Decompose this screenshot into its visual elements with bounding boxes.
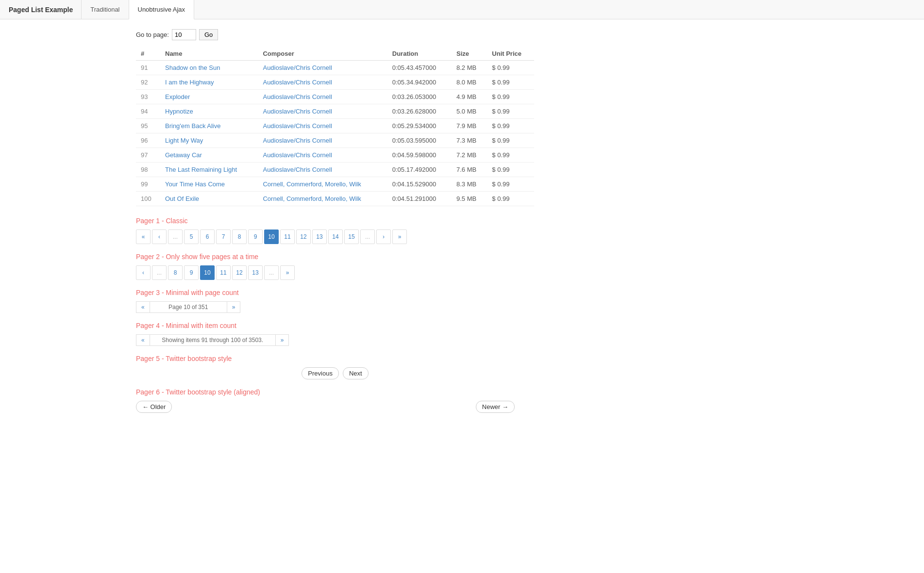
pager3-prev[interactable]: «	[136, 301, 150, 313]
page-link[interactable]: 8	[232, 229, 247, 244]
page-link[interactable]: ›	[376, 229, 391, 244]
page-link[interactable]: 11	[216, 265, 231, 280]
cell-name[interactable]: Getaway Car	[160, 148, 258, 163]
pagination-item[interactable]: «	[136, 229, 151, 244]
pagination-item[interactable]: 6	[200, 229, 215, 244]
cell-name[interactable]: Bring'em Back Alive	[160, 119, 258, 133]
cell-composer[interactable]: Audioslave/Chris Cornell	[258, 163, 387, 177]
table-row: 99 Your Time Has Come Cornell, Commerfor…	[136, 177, 534, 192]
pagination-item[interactable]: 5	[184, 229, 199, 244]
table-row: 95 Bring'em Back Alive Audioslave/Chris …	[136, 119, 534, 133]
cell-name[interactable]: Hypnotize	[160, 104, 258, 119]
cell-composer[interactable]: Cornell, Commerford, Morello, Wilk	[258, 192, 387, 206]
pager6-aligned: ← Older Newer →	[136, 401, 534, 413]
page-link[interactable]: 13	[248, 265, 263, 280]
cell-composer[interactable]: Audioslave/Chris Cornell	[258, 148, 387, 163]
cell-name[interactable]: The Last Remaining Light	[160, 163, 258, 177]
goto-input[interactable]	[172, 29, 196, 40]
cell-name[interactable]: I am the Highway	[160, 75, 258, 90]
cell-composer[interactable]: Audioslave/Chris Cornell	[258, 104, 387, 119]
cell-name[interactable]: Out Of Exile	[160, 192, 258, 206]
pagination-item: ...	[264, 265, 279, 280]
pagination-item: ...	[152, 265, 167, 280]
page-link[interactable]: 9	[184, 265, 199, 280]
table-row: 93 Exploder Audioslave/Chris Cornell 0:0…	[136, 90, 534, 104]
page-link[interactable]: 15	[344, 229, 359, 244]
page-link[interactable]: 13	[312, 229, 327, 244]
pagination-item[interactable]: ‹	[136, 265, 151, 280]
pager6-next[interactable]: Newer →	[476, 401, 515, 413]
pagination-item[interactable]: ›	[376, 229, 391, 244]
pagination-item[interactable]: »	[280, 265, 295, 280]
page-link[interactable]: »	[392, 229, 407, 244]
pager3-next[interactable]: »	[227, 301, 241, 313]
pagination-item[interactable]: 11	[280, 229, 295, 244]
cell-duration: 0:05.29.534000	[387, 119, 452, 133]
pager2-title: Pager 2 - Only show five pages at a time	[136, 253, 534, 261]
page-link[interactable]: 12	[232, 265, 247, 280]
table-row: 96 Light My Way Audioslave/Chris Cornell…	[136, 133, 534, 148]
cell-size: 8.2 MB	[452, 61, 487, 75]
page-dots: ...	[168, 229, 183, 244]
page-link[interactable]: ‹	[152, 229, 167, 244]
cell-name[interactable]: Exploder	[160, 90, 258, 104]
pager4-prev[interactable]: «	[136, 334, 150, 346]
pager5-next[interactable]: Next	[343, 367, 369, 379]
pagination-item[interactable]: 8	[168, 265, 183, 280]
page-link[interactable]: 7	[216, 229, 231, 244]
pagination-item[interactable]: 14	[328, 229, 343, 244]
pager4-subtitle: Minimal with item count	[166, 322, 236, 329]
cell-name[interactable]: Light My Way	[160, 133, 258, 148]
pagination-item[interactable]: 11	[216, 265, 231, 280]
pagination-item[interactable]: ‹	[152, 229, 167, 244]
pagination-item[interactable]: 12	[296, 229, 311, 244]
cell-composer[interactable]: Audioslave/Chris Cornell	[258, 61, 387, 75]
pagination-item[interactable]: 15	[344, 229, 359, 244]
main-content: Go to page: Go # Name Composer Duration …	[0, 19, 534, 431]
tab-traditional[interactable]: Traditional	[81, 0, 129, 19]
page-link[interactable]: 5	[184, 229, 199, 244]
page-link[interactable]: 11	[280, 229, 295, 244]
table-row: 91 Shadow on the Sun Audioslave/Chris Co…	[136, 61, 534, 75]
pager6-prev[interactable]: ← Older	[136, 401, 172, 413]
pagination-item[interactable]: 12	[232, 265, 247, 280]
pagination-item[interactable]: 9	[248, 229, 263, 244]
tabs-bar: Paged List Example Traditional Unobtrusi…	[0, 0, 924, 19]
pagination-item[interactable]: 9	[184, 265, 199, 280]
page-active: 10	[200, 265, 215, 280]
cell-composer[interactable]: Audioslave/Chris Cornell	[258, 90, 387, 104]
page-link[interactable]: 14	[328, 229, 343, 244]
pager5-title: Pager 5 - Twitter bootstrap style	[136, 355, 534, 362]
pager5-prev[interactable]: Previous	[302, 367, 339, 379]
page-link[interactable]: »	[280, 265, 295, 280]
cell-duration: 0:03.26.053000	[387, 90, 452, 104]
page-link[interactable]: 9	[248, 229, 263, 244]
cell-duration: 0:04.51.291000	[387, 192, 452, 206]
pager4-title: Pager 4 - Minimal with item count	[136, 322, 534, 329]
page-link[interactable]: «	[136, 229, 151, 244]
pagination-item[interactable]: 13	[248, 265, 263, 280]
goto-button[interactable]: Go	[199, 29, 218, 40]
tab-unobtrusive-ajax[interactable]: Unobtrusive Ajax	[129, 0, 195, 19]
cell-price: $ 0.99	[487, 90, 534, 104]
page-link[interactable]: 12	[296, 229, 311, 244]
pager4-next[interactable]: »	[275, 334, 289, 346]
pagination-item[interactable]: 13	[312, 229, 327, 244]
cell-composer[interactable]: Audioslave/Chris Cornell	[258, 75, 387, 90]
pager3-subtitle: Minimal with page count	[166, 289, 238, 296]
page-link[interactable]: ‹	[136, 265, 151, 280]
cell-composer[interactable]: Cornell, Commerford, Morello, Wilk	[258, 177, 387, 192]
cell-composer[interactable]: Audioslave/Chris Cornell	[258, 119, 387, 133]
page-link[interactable]: 6	[200, 229, 215, 244]
cell-price: $ 0.99	[487, 177, 534, 192]
pagination-item[interactable]: 7	[216, 229, 231, 244]
cell-size: 4.9 MB	[452, 90, 487, 104]
pagination-item[interactable]: 8	[232, 229, 247, 244]
cell-price: $ 0.99	[487, 104, 534, 119]
page-link[interactable]: 8	[168, 265, 183, 280]
pager1-subtitle: Classic	[166, 217, 187, 225]
pagination-item[interactable]: »	[392, 229, 407, 244]
cell-composer[interactable]: Audioslave/Chris Cornell	[258, 133, 387, 148]
cell-name[interactable]: Your Time Has Come	[160, 177, 258, 192]
cell-name[interactable]: Shadow on the Sun	[160, 61, 258, 75]
